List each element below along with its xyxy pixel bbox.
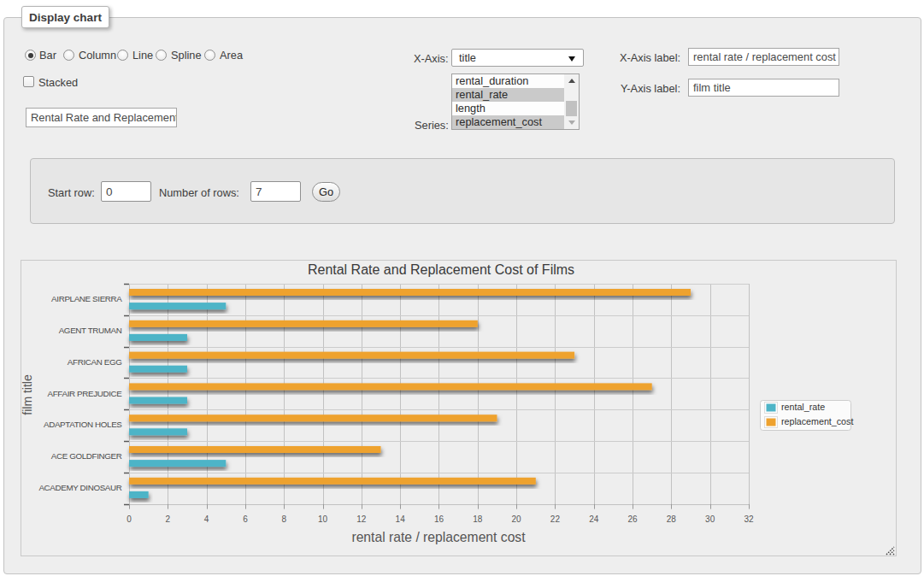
svg-text:ACADEMY DINOSAUR: ACADEMY DINOSAUR bbox=[38, 483, 121, 492]
svg-text:26: 26 bbox=[627, 514, 638, 524]
svg-text:28: 28 bbox=[667, 514, 677, 524]
svg-text:AIRPLANE SIERRA: AIRPLANE SIERRA bbox=[51, 294, 122, 303]
svg-text:22: 22 bbox=[550, 514, 561, 524]
svg-text:14: 14 bbox=[396, 514, 406, 524]
svg-text:replacement_cost: replacement_cost bbox=[781, 416, 853, 426]
svg-text:16: 16 bbox=[434, 514, 444, 524]
svg-text:AFFAIR PREJUDICE: AFFAIR PREJUDICE bbox=[48, 389, 123, 398]
svg-text:18: 18 bbox=[473, 514, 483, 524]
svg-text:4: 4 bbox=[204, 514, 209, 524]
svg-text:rental rate / replacement cost: rental rate / replacement cost bbox=[351, 530, 526, 544]
svg-text:12: 12 bbox=[356, 514, 367, 524]
svg-text:32: 32 bbox=[744, 514, 754, 524]
svg-text:2: 2 bbox=[166, 514, 171, 524]
svg-text:ACE GOLDFINGER: ACE GOLDFINGER bbox=[51, 451, 122, 461]
svg-text:film title: film title bbox=[21, 374, 34, 415]
svg-text:6: 6 bbox=[243, 514, 248, 524]
svg-text:rental_rate: rental_rate bbox=[781, 402, 825, 412]
svg-text:10: 10 bbox=[318, 514, 328, 524]
svg-text:30: 30 bbox=[705, 514, 715, 524]
svg-text:8: 8 bbox=[281, 514, 286, 524]
svg-text:0: 0 bbox=[127, 514, 132, 524]
svg-text:24: 24 bbox=[589, 514, 599, 524]
svg-text:AGENT TRUMAN: AGENT TRUMAN bbox=[59, 326, 122, 335]
svg-text:Rental Rate and Replacement Co: Rental Rate and Replacement Cost of Film… bbox=[308, 262, 574, 277]
svg-text:AFRICAN EGG: AFRICAN EGG bbox=[68, 357, 122, 367]
svg-text:20: 20 bbox=[512, 514, 522, 524]
svg-text:ADAPTATION HOLES: ADAPTATION HOLES bbox=[44, 420, 122, 429]
